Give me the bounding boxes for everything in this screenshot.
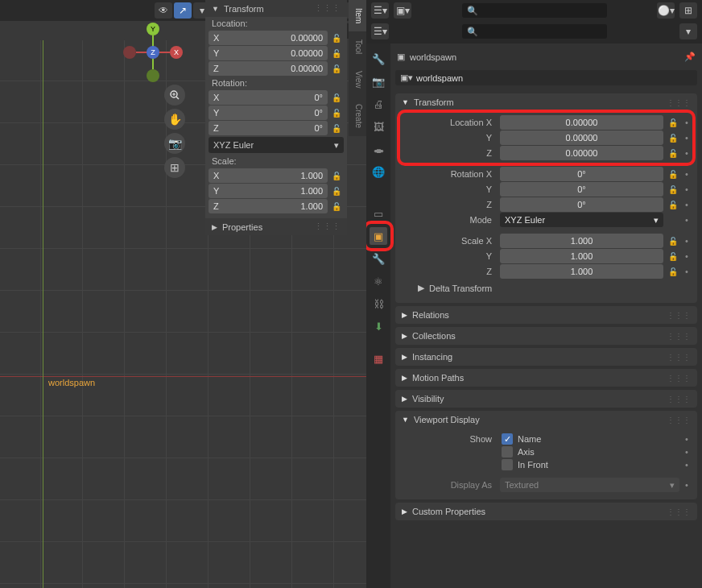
lock-icon[interactable]: 🔓 (329, 168, 344, 183)
panel-delta-transform-header[interactable]: ▶ Delta Transform (402, 280, 691, 296)
n-panel-properties-header[interactable]: ▶ Properties ⋮⋮⋮ (205, 218, 347, 235)
lock-icon[interactable]: 🔓 (329, 46, 344, 60)
persp-ortho-icon[interactable]: ⊞ (164, 157, 185, 178)
filter-icon[interactable]: ⚪▾ (657, 2, 675, 19)
tab-render-icon[interactable]: 📷 (370, 72, 387, 90)
scale-x-field[interactable]: X1.000 (209, 168, 328, 183)
tab-object-icon[interactable]: ▣ (370, 227, 387, 245)
anim-dot[interactable]: • (683, 118, 691, 127)
loc-y-field[interactable]: 0.00000 (500, 130, 663, 145)
panel-collections-header[interactable]: ▶Collections⋮⋮⋮ (395, 327, 697, 345)
lock-icon[interactable]: 🔓 (667, 115, 679, 130)
tab-constraints-icon[interactable]: ⛓ (370, 295, 387, 313)
tab-tool[interactable]: Tool (349, 31, 366, 62)
gizmo-neg-y[interactable] (147, 69, 159, 82)
lock-icon[interactable]: 🔓 (329, 121, 344, 135)
visibility-icon[interactable]: 👁 (155, 2, 172, 19)
tab-tool-icon[interactable]: 🔧 (370, 50, 387, 68)
rot-z-field[interactable]: 0° (500, 197, 663, 212)
rot-x-field[interactable]: 0° (500, 167, 663, 181)
tab-physics-icon[interactable]: ⚛ (370, 272, 387, 290)
loc-z-field[interactable]: 0.00000 (500, 146, 663, 160)
gizmo-toggle-icon[interactable]: ↗ (174, 2, 192, 19)
nav-gizmo[interactable]: X Y Z (125, 24, 181, 81)
gizmo-z[interactable]: Z (147, 46, 159, 59)
tab-scene-icon[interactable]: 🕳 (370, 140, 387, 158)
panel-visibility-header[interactable]: ▶Visibility⋮⋮⋮ (395, 390, 697, 408)
rotation-mode-select[interactable]: XYZ Euler▾ (209, 137, 344, 153)
loc-x-field[interactable]: 0.00000 (500, 115, 663, 130)
rotation-z-field[interactable]: Z0° (209, 121, 328, 135)
lock-icon[interactable]: 🔓 (667, 167, 679, 181)
lock-icon[interactable]: 🔓 (329, 106, 344, 120)
n-panel-transform-header[interactable]: ▼ Transform ⋮⋮⋮ (205, 0, 347, 17)
lock-icon[interactable]: 🔓 (329, 31, 344, 45)
panel-transform-header[interactable]: ▼ Transform ⋮⋮⋮ (395, 93, 697, 111)
panel-viewport-display-header[interactable]: ▼Viewport Display⋮⋮⋮ (395, 411, 697, 429)
gizmo-pos-y[interactable]: Y (147, 23, 159, 35)
display-as-select[interactable]: Textured▾ (500, 478, 679, 492)
anim-dot[interactable]: • (683, 184, 691, 194)
anim-dot[interactable]: • (683, 215, 691, 225)
properties-search[interactable]: 🔍 (462, 24, 607, 39)
panel-instancing-header[interactable]: ▶Instancing⋮⋮⋮ (395, 348, 697, 366)
tab-viewlayer-icon[interactable]: 🖼 (370, 118, 387, 135)
anim-dot[interactable]: • (683, 236, 691, 246)
anim-dot[interactable]: • (683, 447, 691, 457)
tab-collection-icon[interactable]: ▭ (370, 205, 387, 222)
scale-z-field[interactable]: 1.000 (500, 264, 663, 279)
anim-dot[interactable]: • (683, 267, 691, 276)
lock-icon[interactable]: 🔓 (329, 199, 344, 213)
scale-x-field[interactable]: 1.000 (500, 234, 663, 248)
rot-y-field[interactable]: 0° (500, 182, 663, 197)
location-x-field[interactable]: X0.00000 (209, 31, 328, 45)
show-name-checkbox[interactable]: ✓ (502, 433, 513, 445)
outliner-search[interactable]: 🔍 (462, 3, 607, 18)
panel-custom-properties-header[interactable]: ▶Custom Properties⋮⋮⋮ (395, 503, 697, 520)
pin-icon[interactable]: 📌 (684, 52, 696, 62)
lock-icon[interactable]: 🔓 (667, 197, 679, 212)
tab-data-icon[interactable]: ⬇ (370, 317, 387, 335)
tab-texture-icon[interactable]: ▦ (370, 350, 387, 367)
tab-create[interactable]: Create (349, 96, 366, 136)
pan-icon[interactable]: ✋ (164, 109, 185, 130)
lock-icon[interactable]: 🔓 (667, 146, 679, 160)
tab-item[interactable]: Item (349, 0, 366, 31)
anim-dot[interactable]: • (683, 133, 691, 143)
rotation-x-field[interactable]: X0° (209, 90, 328, 105)
new-collection-icon[interactable]: ⊞ (679, 2, 697, 19)
outliner-editor-icon[interactable]: ☰▾ (371, 2, 389, 19)
gizmo-pos-x[interactable]: X (170, 46, 183, 59)
properties-editor-icon[interactable]: ☰▾ (371, 23, 389, 39)
scale-y-field[interactable]: Y1.000 (209, 184, 328, 198)
lock-icon[interactable]: 🔓 (329, 90, 344, 105)
tab-output-icon[interactable]: 🖨 (370, 95, 387, 113)
anim-dot[interactable]: • (683, 169, 691, 179)
scale-y-field[interactable]: 1.000 (500, 249, 663, 263)
object-name-field[interactable]: worldspawn (416, 73, 692, 83)
tab-modifiers-icon[interactable]: 🔧 (370, 250, 387, 267)
scale-z-field[interactable]: Z1.000 (209, 199, 328, 213)
gizmo-neg-x[interactable] (123, 46, 136, 59)
tab-view[interactable]: View (349, 63, 366, 97)
display-mode-icon[interactable]: ▣▾ (394, 2, 411, 19)
location-y-field[interactable]: Y0.00000 (209, 46, 328, 60)
anim-dot[interactable]: • (683, 251, 691, 261)
anim-dot[interactable]: • (683, 480, 691, 490)
viewport-3d[interactable]: 👁 ↗ ▾ ◉ ▾ ▦ ⊞ ● ◐ ◯ ▾ Options ▾ worldspa… (0, 0, 366, 588)
lock-icon[interactable]: 🔓 (667, 182, 679, 197)
lock-icon[interactable]: 🔓 (329, 61, 344, 76)
lock-icon[interactable]: 🔓 (667, 264, 679, 279)
options-icon[interactable]: ▾ (679, 23, 697, 39)
panel-relations-header[interactable]: ▶Relations⋮⋮⋮ (395, 306, 697, 324)
anim-dot[interactable]: • (683, 434, 691, 444)
lock-icon[interactable]: 🔓 (667, 249, 679, 263)
zoom-icon[interactable] (164, 85, 185, 106)
anim-dot[interactable]: • (683, 200, 691, 209)
tab-world-icon[interactable]: 🌐 (370, 163, 387, 180)
show-infront-checkbox[interactable] (502, 459, 513, 470)
panel-motion-paths-header[interactable]: ▶Motion Paths⋮⋮⋮ (395, 369, 697, 387)
anim-dot[interactable]: • (683, 148, 691, 158)
camera-icon[interactable]: 📷 (164, 133, 185, 154)
lock-icon[interactable]: 🔓 (667, 130, 679, 145)
